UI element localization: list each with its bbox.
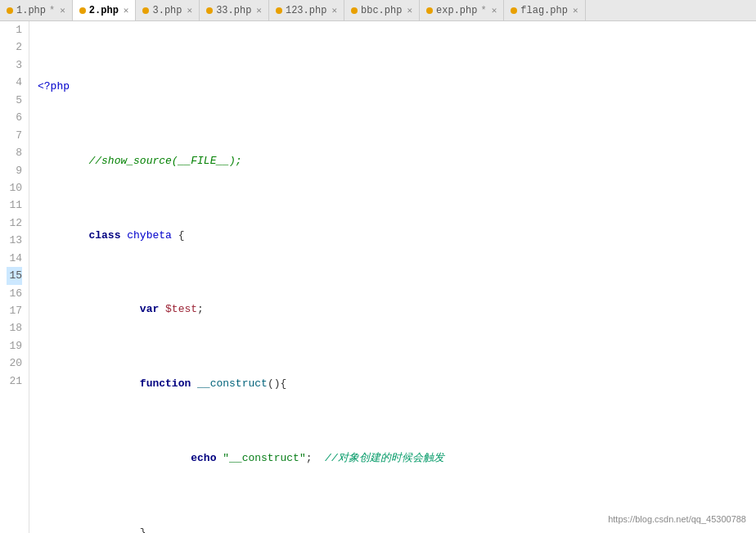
- tab-icon-expphp: [426, 7, 433, 14]
- line-num-14: 14: [7, 250, 22, 267]
- code-line-6: echo "__construct"; //对象创建的时候会触发: [38, 449, 756, 467]
- tab-1php[interactable]: 1.php * ✕: [0, 0, 73, 20]
- line-num-8: 8: [7, 144, 22, 161]
- tab-close-33php[interactable]: ✕: [256, 5, 262, 16]
- tab-close-123php[interactable]: ✕: [331, 5, 337, 16]
- tab-label-33php: 33.php: [216, 5, 251, 16]
- code-line-2: //show_source(__FILE__);: [38, 152, 756, 169]
- tab-expphp[interactable]: exp.php * ✕: [420, 0, 504, 20]
- tab-label-1php: 1.php: [16, 5, 46, 16]
- tab-icon-bbcphp: [351, 7, 358, 14]
- tab-modified-expphp: *: [480, 5, 486, 16]
- tab-3php[interactable]: 3.php ✕: [136, 0, 200, 20]
- tab-modified-1php: *: [49, 5, 55, 16]
- tab-label-expphp: exp.php: [436, 5, 477, 16]
- watermark: https://blog.csdn.net/qq_45300788: [608, 512, 746, 526]
- line-num-19: 19: [7, 337, 22, 355]
- tab-icon-flagphp: [511, 7, 517, 14]
- line-num-13: 13: [7, 232, 22, 249]
- line-num-4: 4: [7, 74, 22, 91]
- line-num-2: 2: [7, 38, 22, 56]
- code-line-4: var $test;: [38, 300, 756, 318]
- code-editor[interactable]: <?php //show_source(__FILE__); class chy…: [29, 21, 756, 533]
- tab-icon-2php: [79, 7, 86, 14]
- code-line-3: class chybeta {: [38, 227, 756, 244]
- tab-label-3php: 3.php: [152, 5, 182, 16]
- tab-close-flagphp[interactable]: ✕: [573, 5, 578, 16]
- tab-bar[interactable]: 1.php * ✕ 2.php ✕ 3.php ✕ 33.php ✕ 123.p…: [0, 0, 756, 21]
- line-num-20: 20: [7, 355, 22, 372]
- line-num-1: 1: [7, 21, 22, 38]
- code-line-1: <?php: [38, 78, 756, 95]
- line-num-9: 9: [7, 162, 22, 179]
- tab-bbcphp[interactable]: bbc.php ✕: [344, 0, 420, 20]
- line-numbers: 1 2 3 4 5 6 7 8 9 10 11 12 13 14 15 16 1…: [0, 21, 29, 533]
- tab-label-flagphp: flag.php: [520, 5, 568, 16]
- tab-close-2php[interactable]: ✕: [124, 5, 129, 16]
- tab-label-bbcphp: bbc.php: [361, 5, 402, 16]
- tab-close-3php[interactable]: ✕: [187, 5, 193, 16]
- tab-123php[interactable]: 123.php ✕: [269, 0, 344, 20]
- line-num-5: 5: [7, 92, 22, 109]
- line-num-21: 21: [7, 373, 22, 390]
- line-num-17: 17: [7, 302, 22, 319]
- editor-area: 1 2 3 4 5 6 7 8 9 10 11 12 13 14 15 16 1…: [0, 21, 756, 533]
- line-num-10: 10: [7, 179, 22, 196]
- code-line-5: function __construct(){: [38, 375, 756, 392]
- tab-label-2php: 2.php: [89, 5, 119, 16]
- line-num-16: 16: [7, 285, 22, 302]
- line-num-18: 18: [7, 319, 22, 337]
- line-num-15: 15: [7, 267, 22, 284]
- tab-2php[interactable]: 2.php ✕: [73, 0, 137, 20]
- tab-icon-33php: [206, 7, 213, 14]
- line-num-6: 6: [7, 109, 22, 126]
- tab-label-123php: 123.php: [286, 5, 326, 16]
- line-num-11: 11: [7, 196, 22, 214]
- tab-icon-3php: [142, 7, 149, 14]
- tab-close-1php[interactable]: ✕: [60, 5, 65, 16]
- line-num-3: 3: [7, 56, 22, 74]
- line-num-12: 12: [7, 215, 22, 232]
- tab-flagphp[interactable]: flag.php ✕: [504, 0, 585, 20]
- tab-close-bbcphp[interactable]: ✕: [407, 5, 412, 16]
- tab-33php[interactable]: 33.php ✕: [200, 0, 269, 20]
- tab-close-expphp[interactable]: ✕: [492, 5, 497, 16]
- tab-icon-1php: [7, 7, 13, 14]
- line-num-7: 7: [7, 127, 22, 144]
- tab-icon-123php: [276, 7, 282, 14]
